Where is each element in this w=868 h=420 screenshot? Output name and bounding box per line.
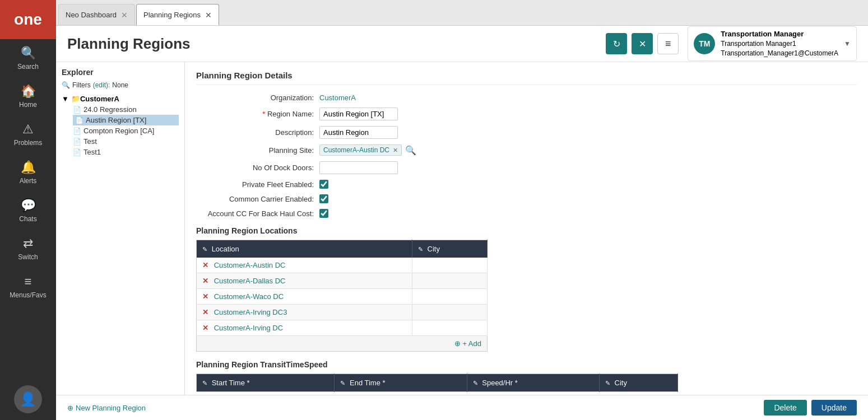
add-location-button[interactable]: ⊕ + Add — [196, 336, 488, 352]
sidebar-item-home[interactable]: 🏠 Home — [0, 77, 56, 115]
location-cell: ✕ CustomerA-Irving DC3 — [197, 305, 412, 320]
row-delete-button[interactable]: ✕ — [202, 308, 208, 316]
file-icon: 📄 — [73, 148, 81, 156]
page-header: Planning Regions ↻ ✕ ≡ TM Transportation… — [56, 26, 868, 62]
remove-planning-site-button[interactable]: ✕ — [393, 147, 398, 154]
common-carrier-checkbox[interactable] — [319, 194, 328, 203]
sidebar-item-switch[interactable]: ⇄ Switch — [0, 230, 56, 268]
row-delete-button[interactable]: ✕ — [202, 277, 208, 285]
required-star: * — [262, 110, 265, 118]
tab-label-neo-dashboard: Neo Dashboard — [66, 11, 117, 19]
planning-site-tag: CustomerA-Austin DC ✕ — [319, 144, 402, 156]
refresh-button[interactable]: ↻ — [606, 33, 627, 54]
tab-close-planning-regions[interactable]: ✕ — [205, 11, 212, 20]
location-col-header: ✎ Location — [197, 240, 412, 258]
description-input[interactable] — [319, 126, 398, 139]
org-row: Organization: CustomerA — [196, 94, 857, 102]
sidebar-item-chats[interactable]: 💬 Chats — [0, 192, 56, 230]
tree-item-austin[interactable]: 📄 Austin Region [TX] — [73, 115, 179, 125]
tab-neo-dashboard[interactable]: Neo Dashboard ✕ — [58, 4, 135, 25]
transit-table: ✎ Start Time * ✎ End Time * ✎ Speed/Hr * — [196, 374, 678, 392]
city-cell — [412, 258, 487, 273]
private-fleet-label: Private Fleet Enabled: — [196, 180, 319, 189]
org-label: Organization: — [196, 94, 319, 102]
edit-icon: ✎ — [605, 380, 610, 386]
sidebar-item-label-alerts: Alerts — [20, 177, 37, 185]
region-name-input[interactable] — [319, 108, 398, 120]
tree-root[interactable]: ▼ 📁 CustomerA — [62, 94, 179, 104]
tree-item-test1[interactable]: 📄 Test1 — [73, 147, 179, 157]
tab-planning-regions[interactable]: Planning Regions ✕ — [136, 4, 219, 25]
region-name-label: * Region Name: — [196, 110, 319, 118]
sidebar-item-alerts[interactable]: 🔔 Alerts — [0, 153, 56, 192]
org-value: CustomerA — [319, 94, 356, 102]
transit-section-title: Planning Region TransitTimeSpeed — [196, 360, 857, 369]
footer: ⊕ New Planning Region Delete Update — [56, 395, 868, 420]
user-details: Transportation Manager Transportation Ma… — [721, 29, 838, 58]
new-region-label: New Planning Region — [76, 404, 146, 412]
row-delete-button[interactable]: ✕ — [202, 261, 208, 269]
tab-bar: Neo Dashboard ✕ Planning Regions ✕ — [56, 0, 868, 26]
tab-close-neo-dashboard[interactable]: ✕ — [121, 11, 128, 20]
tree-item-test[interactable]: 📄 Test — [73, 136, 179, 147]
dock-doors-input[interactable] — [319, 161, 398, 174]
location-link[interactable]: CustomerA-Irving DC3 — [214, 308, 287, 316]
location-cell: ✕ CustomerA-Austin DC — [197, 258, 412, 273]
private-fleet-checkbox[interactable] — [319, 180, 328, 189]
planning-site-search-button[interactable]: 🔍 — [405, 145, 416, 156]
location-link[interactable]: CustomerA-Irving DC — [214, 324, 284, 332]
sidebar-item-label-home: Home — [19, 101, 37, 109]
file-icon: 📄 — [75, 116, 83, 124]
planning-site-tag-value: CustomerA-Austin DC — [323, 146, 389, 154]
user-info[interactable]: TM Transportation Manager Transportation… — [688, 26, 857, 61]
alerts-icon: 🔔 — [21, 160, 36, 175]
speed-col: ✎ Speed/Hr * — [467, 374, 599, 392]
content-area: Explorer 🔍 Filters (edit): None ▼ 📁 Cust… — [56, 62, 868, 395]
filters-value: None — [112, 81, 128, 89]
close-button[interactable]: ✕ — [632, 33, 653, 54]
sidebar-item-problems[interactable]: ⚠ Problems — [0, 115, 56, 153]
update-button[interactable]: Update — [811, 400, 857, 416]
city-cell — [412, 320, 487, 336]
tree-children: 📄 24.0 Regression 📄 Austin Region [TX] 📄… — [62, 104, 179, 157]
account-cc-row: Account CC For Back Haul Cost: — [196, 209, 857, 218]
region-name-row: * Region Name: — [196, 108, 857, 120]
file-icon: 📄 — [73, 127, 81, 135]
city-cell — [412, 273, 487, 289]
sidebar: one 🔍 Search 🏠 Home ⚠ Problems 🔔 Alerts … — [0, 0, 56, 420]
user-avatar-sidebar[interactable]: 👤 — [14, 385, 42, 413]
planning-site-row: Planning Site: CustomerA-Austin DC ✕ 🔍 — [196, 144, 857, 156]
sidebar-item-label-problems: Problems — [14, 139, 43, 147]
tree-item-regression[interactable]: 📄 24.0 Regression — [73, 104, 179, 115]
plus-icon: ⊕ — [67, 404, 73, 412]
tree-item-label: Test — [83, 137, 97, 146]
new-planning-region-link[interactable]: ⊕ New Planning Region — [67, 404, 146, 412]
menu-button[interactable]: ≡ — [657, 33, 679, 54]
edit-icon: ✎ — [418, 246, 423, 253]
sidebar-item-search[interactable]: 🔍 Search — [0, 39, 56, 77]
delete-button[interactable]: Delete — [764, 400, 806, 416]
filters-edit-link[interactable]: (edit): — [93, 81, 110, 89]
account-cc-checkbox[interactable] — [319, 209, 328, 218]
row-delete-button[interactable]: ✕ — [202, 324, 208, 332]
app-logo: one — [0, 0, 56, 39]
description-label: Description: — [196, 128, 319, 137]
add-label: + Add — [462, 339, 481, 348]
location-link[interactable]: CustomerA-Waco DC — [214, 292, 284, 301]
filters-label: Filters — [72, 81, 91, 89]
collapse-icon: ▼ — [62, 95, 69, 103]
row-delete-button[interactable]: ✕ — [202, 292, 208, 301]
table-row: ✕ CustomerA-Austin DC — [197, 258, 488, 273]
table-row: ✕ CustomerA-Waco DC — [197, 289, 488, 305]
tree-item-compton[interactable]: 📄 Compton Region [CA] — [73, 125, 179, 136]
tree-item-label: Test1 — [83, 148, 101, 156]
dock-doors-row: No Of Dock Doors: — [196, 161, 857, 174]
sidebar-item-label-switch: Switch — [18, 253, 38, 261]
location-link[interactable]: CustomerA-Austin DC — [214, 261, 286, 269]
common-carrier-label: Common Carrier Enabled: — [196, 195, 319, 203]
city-col-header: ✎ City — [412, 240, 487, 258]
sidebar-item-menus[interactable]: ≡ Menus/Favs — [0, 268, 56, 306]
location-link[interactable]: CustomerA-Dallas DC — [214, 277, 286, 285]
explorer-filters: 🔍 Filters (edit): None — [62, 81, 179, 89]
footer-actions: Delete Update — [764, 400, 857, 416]
